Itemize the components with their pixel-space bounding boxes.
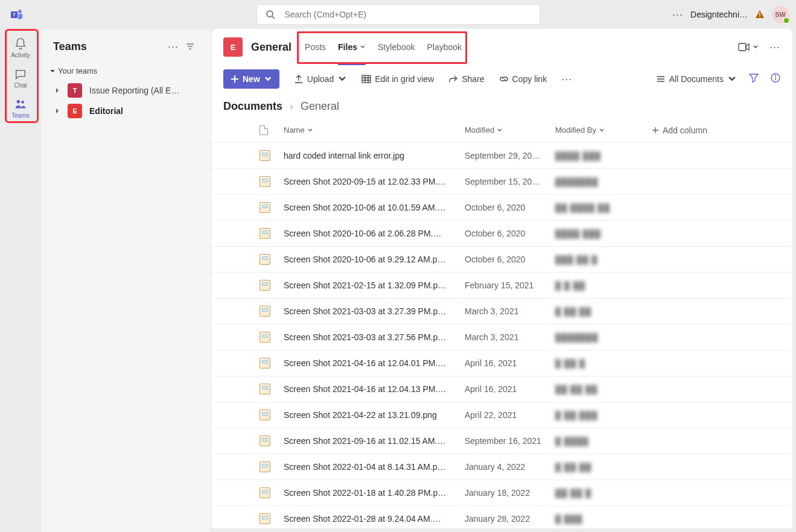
file-modified: September 16, 2021 — [465, 436, 555, 446]
link-icon — [499, 74, 509, 84]
your-teams-section[interactable]: Your teams — [41, 64, 211, 80]
tab-files[interactable]: Files — [338, 29, 366, 65]
search-box[interactable] — [257, 5, 540, 24]
grid-icon — [361, 74, 371, 84]
svg-point-1 — [18, 10, 22, 13]
view-switcher[interactable]: All Documents — [656, 74, 737, 84]
file-type-column-icon[interactable] — [259, 125, 268, 135]
file-name: hard coded internal link error.jpg — [284, 151, 465, 160]
table-row[interactable]: Screen Shot 2020-10-06 at 9.29.12 AM.p… … — [211, 247, 792, 273]
filter-button[interactable] — [749, 73, 759, 85]
info-button[interactable] — [771, 73, 780, 85]
org-label: Designtechni… — [690, 10, 748, 19]
add-column-button[interactable]: Add column — [652, 125, 736, 135]
table-row[interactable]: Screen Shot 2020-10-06 at 10.01.59 AM.… … — [211, 195, 792, 221]
team-name: Issue Reporting (All E… — [89, 86, 205, 95]
sidebar-header: Teams ··· — [41, 29, 211, 64]
search-input[interactable] — [285, 10, 531, 19]
chevron-down-icon — [727, 74, 737, 84]
list-icon — [656, 74, 666, 84]
table-row[interactable]: Screen Shot 2022-01-18 at 1.40.28 PM.p… … — [211, 480, 792, 506]
rail-chat[interactable]: Chat — [4, 63, 37, 93]
more-icon[interactable]: ··· — [672, 8, 683, 21]
image-file-icon — [259, 487, 270, 498]
channel-more-icon[interactable]: ··· — [769, 41, 780, 54]
tab-posts[interactable]: Posts — [305, 29, 326, 65]
table-row[interactable]: Screen Shot 2021-02-15 at 1.32.09 PM.p… … — [211, 273, 792, 299]
team-avatar: T — [68, 83, 82, 98]
file-name: Screen Shot 2021-04-16 at 12.04.13 PM.… — [284, 384, 465, 394]
file-modified: October 6, 2020 — [465, 255, 555, 264]
sidebar: Teams ··· Your teams T Issue Reporting (… — [41, 29, 211, 532]
table-row[interactable]: Screen Shot 2021-09-16 at 11.02.15 AM.… … — [211, 428, 792, 454]
file-name: Screen Shot 2021-02-15 at 1.32.09 PM.p… — [284, 280, 465, 290]
table-row[interactable]: Screen Shot 2020-10-06 at 2.06.28 PM.… O… — [211, 221, 792, 247]
bell-icon — [14, 37, 27, 51]
breadcrumb-root[interactable]: Documents — [223, 100, 282, 113]
image-file-icon — [259, 513, 270, 524]
share-button[interactable]: Share — [448, 74, 484, 84]
column-modified[interactable]: Modified — [465, 125, 555, 135]
sidebar-more-icon[interactable]: ··· — [165, 38, 182, 55]
team-avatar: E — [68, 104, 82, 118]
copy-link-button[interactable]: Copy link — [499, 74, 547, 84]
image-file-icon — [259, 202, 270, 213]
table-row[interactable]: Screen Shot 2021-04-16 at 12.04.01 PM.… … — [211, 350, 792, 376]
file-modified-by: ██ ████ ██ — [555, 203, 652, 212]
breadcrumb-current: General — [301, 100, 339, 113]
file-modified: January 28, 2022 — [465, 514, 555, 524]
grid-view-button[interactable]: Edit in grid view — [361, 74, 434, 84]
file-modified: March 3, 2021 — [465, 306, 555, 316]
table-row[interactable]: Screen Shot 2021-03-03 at 3.27.56 PM.p… … — [211, 325, 792, 350]
caret-right-icon — [54, 87, 60, 93]
table-row[interactable]: Screen Shot 2021-04-22 at 13.21.09.png A… — [211, 402, 792, 428]
app-rail: Activity Chat Teams — [0, 29, 41, 532]
file-name: Screen Shot 2021-04-16 at 12.04.01 PM.… — [284, 358, 465, 368]
team-item-issue-reporting[interactable]: T Issue Reporting (All E… — [41, 80, 211, 101]
section-label-text: Your teams — [58, 66, 97, 75]
rail-activity[interactable]: Activity — [4, 33, 37, 63]
meet-button[interactable] — [738, 42, 759, 52]
svg-point-8 — [21, 101, 24, 104]
team-item-editorial[interactable]: E Editorial — [41, 101, 211, 121]
upload-button[interactable]: Upload — [294, 74, 347, 84]
column-name[interactable]: Name — [284, 125, 465, 135]
table-row[interactable]: Screen Shot 2022-01-04 at 8.14.31 AM.p… … — [211, 454, 792, 480]
table-row[interactable]: Screen Shot 2021-04-16 at 12.04.13 PM.… … — [211, 376, 792, 402]
svg-text:T: T — [13, 12, 16, 17]
table-row[interactable]: hard coded internal link error.jpg Septe… — [211, 143, 792, 169]
tab-stylebook[interactable]: Stylebook — [378, 29, 415, 65]
avatar[interactable]: SW — [772, 6, 789, 23]
file-modified: February 15, 2021 — [465, 280, 555, 290]
table-row[interactable]: Screen Shot 2021-03-03 at 3.27.39 PM.p… … — [211, 299, 792, 325]
rail-label: Chat — [14, 82, 27, 89]
column-modified-by[interactable]: Modified By — [555, 125, 652, 135]
chevron-down-icon — [497, 127, 503, 133]
svg-point-25 — [775, 75, 775, 76]
warning-icon[interactable] — [755, 10, 765, 19]
image-file-icon — [259, 435, 270, 446]
rail-label: Activity — [11, 52, 30, 59]
file-modified-by: ███████ — [555, 177, 652, 186]
file-name: Screen Shot 2020-10-06 at 2.06.28 PM.… — [284, 229, 465, 238]
table-row[interactable]: Screen Shot 2020-09-15 at 12.02.33 PM.… … — [211, 169, 792, 195]
image-file-icon — [259, 280, 270, 291]
chevron-down-icon — [599, 127, 605, 133]
toolbar-more-icon[interactable]: ··· — [561, 73, 572, 86]
table-row[interactable]: Screen Shot 2022-01-28 at 9.24.04 AM.… J… — [211, 506, 792, 528]
sidebar-title: Teams — [53, 40, 165, 53]
filter-icon[interactable] — [182, 38, 199, 55]
new-button[interactable]: New — [223, 69, 279, 89]
tab-playbook[interactable]: Playbook — [427, 29, 462, 65]
topbar: T ··· Designtechni… SW — [0, 0, 796, 29]
image-file-icon — [259, 254, 270, 265]
file-name: Screen Shot 2020-10-06 at 10.01.59 AM.… — [284, 203, 465, 212]
share-icon — [448, 74, 458, 84]
file-toolbar: New Upload Edit in grid view Share Copy … — [211, 65, 792, 93]
image-file-icon — [259, 176, 270, 187]
image-file-icon — [259, 306, 270, 317]
tabs: Posts Files Stylebook Playbook — [305, 29, 462, 65]
file-modified: April 22, 2021 — [465, 410, 555, 420]
rail-teams[interactable]: Teams — [4, 93, 37, 123]
main: E General Posts Files Stylebook Playbook… — [211, 29, 792, 528]
